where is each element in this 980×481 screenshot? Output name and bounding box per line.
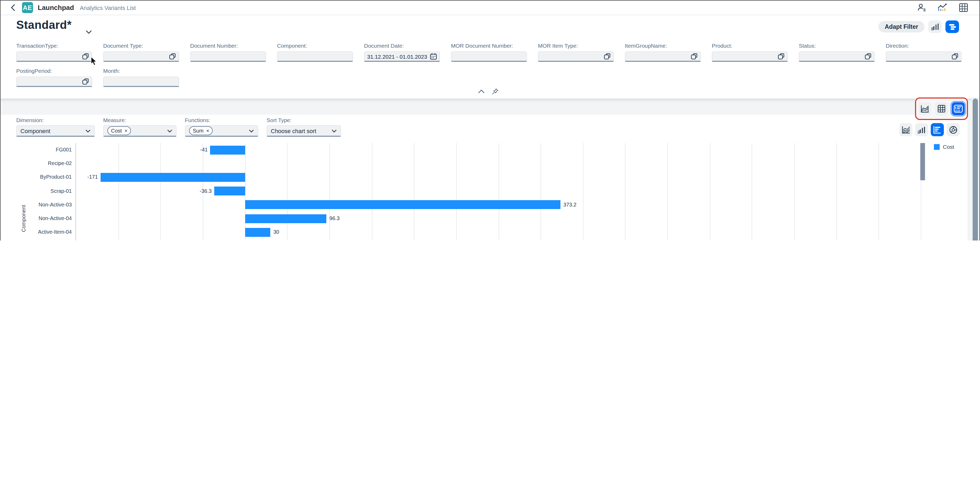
filter-input-document-date[interactable]: 31.12.2021 - 01.01.2023 (364, 51, 440, 62)
app-title: Launchpad (38, 4, 74, 11)
collapse-up-icon[interactable] (476, 87, 486, 96)
filter-label: MOR Document Number: (451, 43, 527, 49)
value-help-icon[interactable] (952, 53, 959, 60)
filter-input-month[interactable] (103, 76, 179, 87)
bar-value-label: 30 (274, 229, 279, 235)
page-scrollbar-thumb[interactable] (973, 99, 978, 240)
filter-row-2: PostingPeriod:Month: (16, 68, 190, 87)
filter-input-direction[interactable] (886, 51, 962, 62)
area-chart-icon[interactable] (918, 102, 931, 115)
filter-bar: Standard* Adapt Filter TransactionType:D… (0, 15, 980, 99)
filter-direction: Direction: (886, 43, 962, 62)
chart-table-toggle-icon[interactable] (952, 102, 965, 115)
measure-label: Measure: (103, 117, 177, 124)
filter-row-1: TransactionType:Document Type:Document N… (16, 43, 973, 62)
table-grid-icon[interactable] (935, 102, 948, 115)
functions-select[interactable]: Sum× (185, 125, 258, 137)
bar-scrap-01[interactable] (214, 186, 245, 196)
value-help-icon[interactable] (691, 53, 698, 60)
y-axis-labels: FG001Recipe-02ByProduct-01Scrap-01Non-Ac… (0, 143, 72, 240)
chart-legend: Cost (934, 143, 954, 150)
app-logo[interactable]: AE (22, 2, 33, 13)
token-remove-icon[interactable]: × (206, 128, 209, 134)
gridline (245, 143, 245, 240)
variant-title[interactable]: Standard* (16, 18, 72, 32)
filter-input-component[interactable] (277, 51, 353, 62)
sort-type-label: Sort Type: (267, 117, 341, 124)
filter-label: PostingPeriod: (16, 68, 92, 75)
filter-input-document-type[interactable] (103, 51, 179, 62)
gridline (541, 143, 541, 240)
column-chart-icon[interactable] (928, 21, 942, 33)
filter-value: 31.12.2021 - 01.01.2023 (367, 53, 427, 59)
line-chart-icon[interactable] (899, 123, 912, 136)
token-remove-icon[interactable]: × (124, 128, 127, 134)
filter-input-mor-item-type[interactable] (538, 51, 614, 62)
gridline (372, 143, 372, 240)
bar-non-active-04[interactable] (245, 214, 326, 223)
measure-select[interactable]: Cost× (103, 125, 177, 137)
gridline (414, 143, 414, 240)
gridline (794, 143, 795, 240)
sort-type-select[interactable]: Choose chart sort (267, 125, 341, 137)
calendar-icon[interactable] (430, 53, 437, 60)
app-grid-icon[interactable] (959, 3, 968, 12)
dimension-select[interactable]: Component (16, 125, 95, 137)
adapt-filter-button[interactable]: Adapt Filter (878, 21, 924, 32)
bar-value-label: -36.3 (200, 188, 212, 194)
filter-label: Component: (277, 43, 353, 49)
bar-non-active-03[interactable] (245, 201, 560, 209)
chart-type-toolbar (899, 123, 959, 136)
filter-label: Document Number: (190, 43, 266, 49)
filter-label: Status: (799, 43, 875, 49)
bar-chart-icon[interactable] (931, 123, 944, 136)
value-help-icon[interactable] (604, 53, 611, 60)
value-help-icon[interactable] (82, 78, 89, 85)
pin-icon[interactable] (490, 87, 500, 96)
back-icon[interactable] (8, 3, 17, 12)
bar-active-item-04[interactable] (245, 228, 270, 237)
filter-input-product[interactable] (712, 51, 788, 62)
gridline (161, 143, 161, 240)
measure-token: Cost× (107, 126, 131, 135)
filter-component: Component: (277, 43, 353, 62)
dimension-control: Dimension: Component (16, 117, 95, 137)
value-help-icon[interactable] (82, 53, 89, 60)
functions-token: Sum× (189, 126, 213, 135)
column-chart-icon[interactable] (915, 123, 928, 136)
filter-input-transactiontype[interactable] (16, 51, 92, 62)
variant-chevron-down-icon[interactable] (86, 27, 92, 36)
filter-document-date: Document Date:31.12.2021 - 01.01.2023 (364, 43, 440, 62)
gridline (752, 143, 752, 240)
sort-type-control: Sort Type: Choose chart sort (267, 117, 341, 137)
shell-bar: AE Launchpad Analytics Variants List (0, 0, 980, 15)
filter-input-document-number[interactable] (190, 51, 266, 62)
filter-month: Month: (103, 68, 179, 87)
donut-chart-icon[interactable] (947, 123, 959, 136)
gridline (879, 143, 879, 240)
value-help-icon[interactable] (778, 53, 784, 60)
filter-postingperiod: PostingPeriod: (16, 68, 92, 87)
gridline (287, 143, 288, 240)
view-switch-highlight-box (915, 97, 968, 120)
filter-input-itemgroupname[interactable] (625, 51, 701, 62)
legend-label: Cost (943, 143, 954, 150)
bar-value-label: -171 (88, 174, 98, 180)
analytics-line-icon[interactable] (937, 3, 947, 12)
gridline (710, 143, 710, 240)
filter-mor-document-number: MOR Document Number: (451, 43, 527, 62)
user-icon[interactable] (916, 3, 926, 12)
filter-input-postingperiod[interactable] (16, 76, 92, 87)
page-scrollbar[interactable] (972, 97, 979, 240)
horizontal-bars-icon[interactable] (945, 21, 959, 33)
bar-byproduct-01[interactable] (100, 173, 245, 182)
filter-label: MOR Item Type: (538, 43, 614, 49)
filter-label: Document Type: (103, 43, 179, 49)
value-help-icon[interactable] (169, 53, 176, 60)
bar-fg001[interactable] (210, 145, 245, 154)
functions-label: Functions: (185, 117, 258, 124)
value-help-icon[interactable] (865, 53, 872, 60)
chart-scrollbar-thumb[interactable] (920, 143, 925, 180)
filter-input-status[interactable] (799, 51, 875, 62)
filter-input-mor-document-number[interactable] (451, 51, 527, 62)
